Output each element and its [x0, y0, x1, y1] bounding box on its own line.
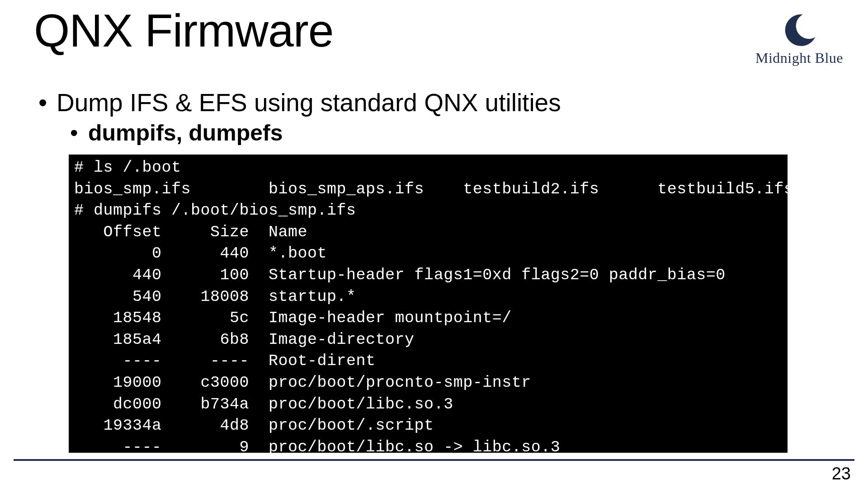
terminal-line: ---- 9 proc/boot/libc.so -> libc.so.3	[74, 438, 560, 453]
bullet-level-1: Dump IFS & EFS using standard QNX utilit…	[34, 88, 841, 117]
terminal-line: 540 18008 startup.*	[74, 288, 356, 306]
moon-icon	[779, 13, 819, 48]
page-number: 23	[832, 464, 851, 483]
terminal-line: 19334a 4d8 proc/boot/.script	[74, 417, 434, 435]
terminal-line: Offset Size Name	[74, 223, 307, 241]
terminal-line: dc000 b734a proc/boot/libc.so.3	[74, 395, 453, 413]
terminal-line: bios_smp.ifs bios_smp_aps.ifs testbuild2…	[74, 180, 788, 198]
terminal-line: 18548 5c Image-header mountpoint=/	[74, 309, 512, 327]
terminal-line: # dumpifs /.boot/bios_smp.ifs	[74, 202, 356, 220]
terminal-output: # ls /.boot bios_smp.ifs bios_smp_aps.if…	[69, 155, 788, 453]
logo-text: Midnight Blue	[755, 50, 843, 66]
terminal-line: 0 440 *.boot	[74, 244, 327, 263]
terminal-line: 185a4 6b8 Image-directory	[74, 331, 415, 349]
logo: Midnight Blue	[755, 13, 843, 66]
slide: QNX Firmware Midnight Blue Dump IFS & EF…	[0, 0, 868, 488]
terminal-line: ---- ---- Root-dirent	[74, 352, 376, 370]
content-area: Dump IFS & EFS using standard QNX utilit…	[34, 88, 841, 148]
slide-title: QNX Firmware	[34, 5, 333, 57]
terminal-line: # ls /.boot	[74, 159, 181, 177]
terminal-line: 440 100 Startup-header flags1=0xd flags2…	[74, 266, 726, 284]
bullet-level-2: dumpifs, dumpefs	[34, 120, 841, 146]
terminal-line: 19000 c3000 proc/boot/procnto-smp-instr	[74, 374, 531, 392]
footer-divider	[14, 459, 854, 461]
